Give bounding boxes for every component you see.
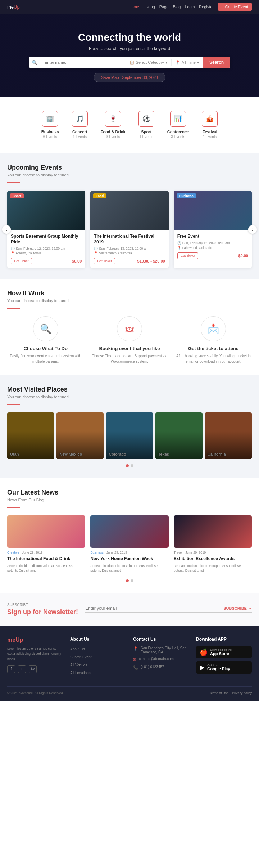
event-price-3: $0.00 [238, 254, 248, 258]
conference-icon: 📊 [170, 111, 186, 127]
category-conference[interactable]: 📊 Conference 3 Events [161, 107, 196, 143]
footer-link-venues[interactable]: All Venues [70, 663, 87, 667]
event-badge-food: Food [93, 193, 106, 198]
search-bar: 🔍 📋 Select Category ▾ 📍 All Time ▾ Searc… [29, 57, 230, 68]
event-date-1: 🕐 Sun, February 12, 2023, 12:00 am [11, 247, 82, 250]
place-texas[interactable]: Texas [155, 412, 203, 459]
twitter-icon[interactable]: tw [29, 665, 37, 673]
news-image-3 [174, 515, 252, 548]
news-title-3[interactable]: Exhibition Excellence Awards [174, 556, 252, 562]
hero-section: Connecting the world Easy to search, you… [0, 14, 259, 97]
footer-logo-text: me [7, 637, 15, 643]
category-festival[interactable]: 🎪 Festival 1 Events [195, 107, 224, 143]
categories-section: 🏢 Business 6 Events 🎵 Concert 1 Events 🍷… [0, 97, 259, 153]
phone-icon: 📞 [133, 665, 138, 670]
news-section: Our Latest News News From Our Blog Creat… [0, 478, 259, 593]
news-title-2[interactable]: New York Home Fashion Week [90, 556, 168, 562]
footer-about-col: About Us About Us Submit Event All Venue… [70, 637, 126, 678]
footer-about-text: Lorem ipsum dolor sit amet, conse ctetur… [7, 646, 63, 662]
event-price-2: $10.00 - $20.00 [137, 259, 165, 263]
news-image-1 [7, 515, 85, 548]
hiw-step-1: 🔍 Choose What To Do Easily find your eve… [7, 316, 84, 364]
news-dot-active[interactable] [126, 579, 129, 582]
dot-active[interactable] [126, 464, 129, 467]
save-map-date: September 30, 2023 [122, 75, 158, 80]
time-select[interactable]: 📍 All Time ▾ [172, 57, 203, 68]
how-it-works-section: How It Work You can choose to display fe… [0, 279, 259, 375]
play-icon: ▶ [200, 663, 205, 671]
nav-blog[interactable]: Blog [173, 5, 181, 9]
newsletter-form: SUBSCRIBE → [85, 606, 252, 613]
clock-icon: 🕐 [11, 247, 15, 250]
sport-icon: ⚽ [138, 111, 154, 127]
get-ticket-btn-2[interactable]: Get Ticket [94, 258, 115, 264]
news-category-3: Travel [174, 551, 183, 554]
category-food[interactable]: 🍷 Food & Drink 3 Events [94, 107, 132, 143]
chevron-down-icon: ▾ [165, 60, 168, 65]
search-button[interactable]: Search [203, 57, 230, 68]
category-concert[interactable]: 🎵 Concert 1 Events [65, 107, 94, 143]
news-card-2: Business June 29, 2019 New York Home Fas… [90, 515, 168, 573]
terms-link[interactable]: Terms of Use [209, 691, 228, 695]
places-subtitle: You can choose to display featured [7, 395, 252, 399]
category-sport[interactable]: ⚽ Sport 1 Events [132, 107, 161, 143]
email-icon: ✉ [133, 657, 136, 662]
hiw-step-3: 📩 Get the ticket to attend After booking… [175, 316, 252, 364]
footer: meUp Lorem ipsum dolor sit amet, conse c… [0, 626, 259, 701]
event-title-3: Free Event [177, 234, 248, 240]
hiw-step-1-title: Choose What To Do [23, 346, 68, 351]
category-conference-count: 3 Events [171, 135, 185, 139]
footer-link-about[interactable]: About Us [70, 647, 85, 651]
create-event-button[interactable]: + Create Event [218, 3, 252, 11]
news-date-2: June 29, 2019 [106, 551, 127, 554]
footer-link-locations[interactable]: All Locations [70, 671, 91, 675]
location-icon: 📍 [11, 251, 15, 255]
nav-page[interactable]: Page [159, 5, 169, 9]
footer-phone: 📞 (+01) 0123457 [133, 665, 189, 670]
list-item: All Locations [70, 670, 126, 675]
category-festival-label: Festival [203, 130, 217, 134]
upcoming-title: Upcoming Events [7, 164, 252, 171]
get-ticket-btn-1[interactable]: Get Ticket [11, 258, 32, 264]
privacy-link[interactable]: Privacy policy [232, 691, 252, 695]
place-new-mexico[interactable]: New Mexico [56, 412, 104, 459]
get-ticket-btn-3[interactable]: Get Ticket [177, 252, 199, 259]
apple-icon: 🍎 [200, 648, 208, 656]
category-business[interactable]: 🏢 Business 6 Events [35, 107, 65, 143]
app-store-button[interactable]: 🍎 Download on the App Store [196, 646, 252, 658]
food-icon: 🍷 [105, 111, 121, 127]
news-meta-3: Travel June 29, 2019 [174, 551, 252, 554]
instagram-icon[interactable]: in [18, 665, 26, 673]
category-select[interactable]: 📋 Select Category ▾ [126, 57, 171, 68]
place-colorado[interactable]: Colorado [106, 412, 153, 459]
news-dot-inactive[interactable] [131, 579, 133, 582]
news-date-3: June 29, 2019 [185, 551, 206, 554]
app-store-name: App Store [210, 652, 232, 656]
search-input[interactable] [40, 57, 126, 68]
place-california[interactable]: California [205, 412, 252, 459]
place-utah[interactable]: Utah [7, 412, 54, 459]
carousel-next-arrow[interactable]: › [248, 225, 257, 234]
nav-listing[interactable]: Listing [144, 5, 155, 9]
nav-home[interactable]: Home [129, 5, 139, 9]
footer-download-col: Download APP 🍎 Download on the App Store… [196, 637, 252, 678]
category-concert-label: Concert [72, 130, 87, 134]
events-carousel: ‹ Sport Sports Basement Group Monthly Ri… [7, 191, 252, 268]
category-festival-count: 1 Events [203, 135, 217, 139]
google-play-button[interactable]: ▶ Get it on Google Play [196, 661, 252, 674]
event-card-3: Business Free Event 🕐 Sun, February 12, … [174, 191, 252, 268]
clock-icon-3: 🕐 [177, 241, 181, 245]
footer-logo: meUp [7, 637, 63, 643]
facebook-icon[interactable]: f [7, 665, 15, 673]
carousel-prev-arrow[interactable]: ‹ [2, 225, 11, 234]
category-food-count: 3 Events [106, 135, 120, 139]
footer-link-submit[interactable]: Submit Event [70, 655, 91, 659]
nav-register[interactable]: Register [199, 5, 214, 9]
nav-login[interactable]: Login [185, 5, 195, 9]
dot-inactive[interactable] [131, 464, 133, 467]
newsletter-email-input[interactable] [85, 606, 223, 611]
newsletter-subscribe-button[interactable]: SUBSCRIBE → [223, 606, 252, 610]
save-map-btn[interactable]: Save Map September 30, 2023 [94, 73, 165, 82]
news-title-1[interactable]: The International Food & Drink [7, 556, 85, 562]
event-price-1: $0.00 [72, 259, 82, 263]
